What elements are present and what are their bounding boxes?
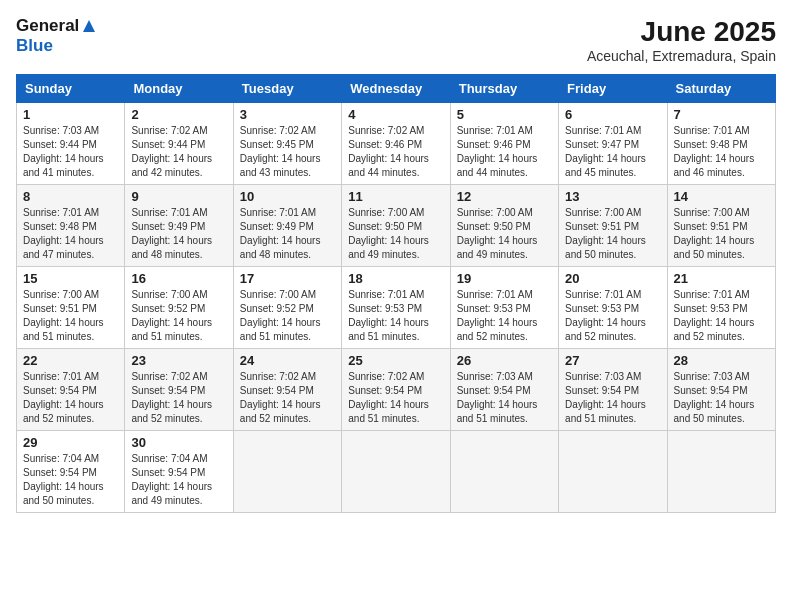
day-info: Sunrise: 7:01 AM Sunset: 9:47 PM Dayligh… bbox=[565, 124, 660, 180]
day-number: 6 bbox=[565, 107, 660, 122]
day-info: Sunrise: 7:03 AM Sunset: 9:54 PM Dayligh… bbox=[674, 370, 769, 426]
day-info: Sunrise: 7:02 AM Sunset: 9:54 PM Dayligh… bbox=[348, 370, 443, 426]
logo-general: General bbox=[16, 16, 97, 36]
day-number: 19 bbox=[457, 271, 552, 286]
day-number: 3 bbox=[240, 107, 335, 122]
day-number: 16 bbox=[131, 271, 226, 286]
table-row bbox=[667, 431, 775, 513]
day-number: 12 bbox=[457, 189, 552, 204]
table-row: 30Sunrise: 7:04 AM Sunset: 9:54 PM Dayli… bbox=[125, 431, 233, 513]
calendar-week-2: 8Sunrise: 7:01 AM Sunset: 9:48 PM Daylig… bbox=[17, 185, 776, 267]
table-row: 11Sunrise: 7:00 AM Sunset: 9:50 PM Dayli… bbox=[342, 185, 450, 267]
logo: General Blue bbox=[16, 16, 97, 57]
col-friday: Friday bbox=[559, 75, 667, 103]
calendar-week-5: 29Sunrise: 7:04 AM Sunset: 9:54 PM Dayli… bbox=[17, 431, 776, 513]
day-number: 2 bbox=[131, 107, 226, 122]
logo-blue: Blue bbox=[16, 36, 97, 56]
day-number: 21 bbox=[674, 271, 769, 286]
table-row bbox=[450, 431, 558, 513]
table-row: 4Sunrise: 7:02 AM Sunset: 9:46 PM Daylig… bbox=[342, 103, 450, 185]
day-number: 30 bbox=[131, 435, 226, 450]
table-row: 10Sunrise: 7:01 AM Sunset: 9:49 PM Dayli… bbox=[233, 185, 341, 267]
day-number: 20 bbox=[565, 271, 660, 286]
table-row: 3Sunrise: 7:02 AM Sunset: 9:45 PM Daylig… bbox=[233, 103, 341, 185]
table-row: 5Sunrise: 7:01 AM Sunset: 9:46 PM Daylig… bbox=[450, 103, 558, 185]
table-row: 22Sunrise: 7:01 AM Sunset: 9:54 PM Dayli… bbox=[17, 349, 125, 431]
location: Aceuchal, Extremadura, Spain bbox=[587, 48, 776, 64]
day-info: Sunrise: 7:02 AM Sunset: 9:45 PM Dayligh… bbox=[240, 124, 335, 180]
day-number: 22 bbox=[23, 353, 118, 368]
day-number: 1 bbox=[23, 107, 118, 122]
calendar-week-4: 22Sunrise: 7:01 AM Sunset: 9:54 PM Dayli… bbox=[17, 349, 776, 431]
calendar-week-3: 15Sunrise: 7:00 AM Sunset: 9:51 PM Dayli… bbox=[17, 267, 776, 349]
day-number: 11 bbox=[348, 189, 443, 204]
table-row: 15Sunrise: 7:00 AM Sunset: 9:51 PM Dayli… bbox=[17, 267, 125, 349]
calendar-header-row: Sunday Monday Tuesday Wednesday Thursday… bbox=[17, 75, 776, 103]
table-row: 6Sunrise: 7:01 AM Sunset: 9:47 PM Daylig… bbox=[559, 103, 667, 185]
day-info: Sunrise: 7:01 AM Sunset: 9:49 PM Dayligh… bbox=[131, 206, 226, 262]
day-number: 27 bbox=[565, 353, 660, 368]
svg-marker-0 bbox=[83, 20, 95, 32]
table-row bbox=[233, 431, 341, 513]
day-number: 9 bbox=[131, 189, 226, 204]
day-number: 17 bbox=[240, 271, 335, 286]
page-header: General Blue June 2025 Aceuchal, Extrema… bbox=[16, 16, 776, 64]
day-info: Sunrise: 7:02 AM Sunset: 9:46 PM Dayligh… bbox=[348, 124, 443, 180]
table-row: 7Sunrise: 7:01 AM Sunset: 9:48 PM Daylig… bbox=[667, 103, 775, 185]
day-info: Sunrise: 7:01 AM Sunset: 9:53 PM Dayligh… bbox=[348, 288, 443, 344]
day-info: Sunrise: 7:00 AM Sunset: 9:51 PM Dayligh… bbox=[565, 206, 660, 262]
day-number: 13 bbox=[565, 189, 660, 204]
table-row: 24Sunrise: 7:02 AM Sunset: 9:54 PM Dayli… bbox=[233, 349, 341, 431]
table-row: 18Sunrise: 7:01 AM Sunset: 9:53 PM Dayli… bbox=[342, 267, 450, 349]
table-row bbox=[559, 431, 667, 513]
table-row: 21Sunrise: 7:01 AM Sunset: 9:53 PM Dayli… bbox=[667, 267, 775, 349]
day-number: 28 bbox=[674, 353, 769, 368]
table-row: 25Sunrise: 7:02 AM Sunset: 9:54 PM Dayli… bbox=[342, 349, 450, 431]
day-info: Sunrise: 7:00 AM Sunset: 9:50 PM Dayligh… bbox=[457, 206, 552, 262]
calendar-week-1: 1Sunrise: 7:03 AM Sunset: 9:44 PM Daylig… bbox=[17, 103, 776, 185]
table-row: 26Sunrise: 7:03 AM Sunset: 9:54 PM Dayli… bbox=[450, 349, 558, 431]
table-row: 27Sunrise: 7:03 AM Sunset: 9:54 PM Dayli… bbox=[559, 349, 667, 431]
day-info: Sunrise: 7:03 AM Sunset: 9:54 PM Dayligh… bbox=[565, 370, 660, 426]
day-info: Sunrise: 7:01 AM Sunset: 9:53 PM Dayligh… bbox=[674, 288, 769, 344]
title-block: June 2025 Aceuchal, Extremadura, Spain bbox=[587, 16, 776, 64]
day-info: Sunrise: 7:01 AM Sunset: 9:48 PM Dayligh… bbox=[674, 124, 769, 180]
day-number: 10 bbox=[240, 189, 335, 204]
col-tuesday: Tuesday bbox=[233, 75, 341, 103]
table-row bbox=[342, 431, 450, 513]
table-row: 2Sunrise: 7:02 AM Sunset: 9:44 PM Daylig… bbox=[125, 103, 233, 185]
day-number: 8 bbox=[23, 189, 118, 204]
day-number: 4 bbox=[348, 107, 443, 122]
day-info: Sunrise: 7:01 AM Sunset: 9:49 PM Dayligh… bbox=[240, 206, 335, 262]
table-row: 28Sunrise: 7:03 AM Sunset: 9:54 PM Dayli… bbox=[667, 349, 775, 431]
day-info: Sunrise: 7:01 AM Sunset: 9:48 PM Dayligh… bbox=[23, 206, 118, 262]
day-number: 23 bbox=[131, 353, 226, 368]
col-sunday: Sunday bbox=[17, 75, 125, 103]
logo-icon bbox=[81, 18, 97, 34]
day-info: Sunrise: 7:02 AM Sunset: 9:54 PM Dayligh… bbox=[131, 370, 226, 426]
day-number: 29 bbox=[23, 435, 118, 450]
table-row: 12Sunrise: 7:00 AM Sunset: 9:50 PM Dayli… bbox=[450, 185, 558, 267]
table-row: 23Sunrise: 7:02 AM Sunset: 9:54 PM Dayli… bbox=[125, 349, 233, 431]
day-info: Sunrise: 7:04 AM Sunset: 9:54 PM Dayligh… bbox=[131, 452, 226, 508]
table-row: 29Sunrise: 7:04 AM Sunset: 9:54 PM Dayli… bbox=[17, 431, 125, 513]
day-number: 7 bbox=[674, 107, 769, 122]
month-title: June 2025 bbox=[587, 16, 776, 48]
calendar-table: Sunday Monday Tuesday Wednesday Thursday… bbox=[16, 74, 776, 513]
day-number: 14 bbox=[674, 189, 769, 204]
day-info: Sunrise: 7:00 AM Sunset: 9:50 PM Dayligh… bbox=[348, 206, 443, 262]
table-row: 20Sunrise: 7:01 AM Sunset: 9:53 PM Dayli… bbox=[559, 267, 667, 349]
col-monday: Monday bbox=[125, 75, 233, 103]
day-info: Sunrise: 7:03 AM Sunset: 9:54 PM Dayligh… bbox=[457, 370, 552, 426]
col-saturday: Saturday bbox=[667, 75, 775, 103]
day-info: Sunrise: 7:00 AM Sunset: 9:51 PM Dayligh… bbox=[23, 288, 118, 344]
table-row: 8Sunrise: 7:01 AM Sunset: 9:48 PM Daylig… bbox=[17, 185, 125, 267]
table-row: 13Sunrise: 7:00 AM Sunset: 9:51 PM Dayli… bbox=[559, 185, 667, 267]
col-wednesday: Wednesday bbox=[342, 75, 450, 103]
day-info: Sunrise: 7:01 AM Sunset: 9:46 PM Dayligh… bbox=[457, 124, 552, 180]
table-row: 17Sunrise: 7:00 AM Sunset: 9:52 PM Dayli… bbox=[233, 267, 341, 349]
table-row: 19Sunrise: 7:01 AM Sunset: 9:53 PM Dayli… bbox=[450, 267, 558, 349]
day-number: 18 bbox=[348, 271, 443, 286]
day-number: 24 bbox=[240, 353, 335, 368]
day-number: 5 bbox=[457, 107, 552, 122]
